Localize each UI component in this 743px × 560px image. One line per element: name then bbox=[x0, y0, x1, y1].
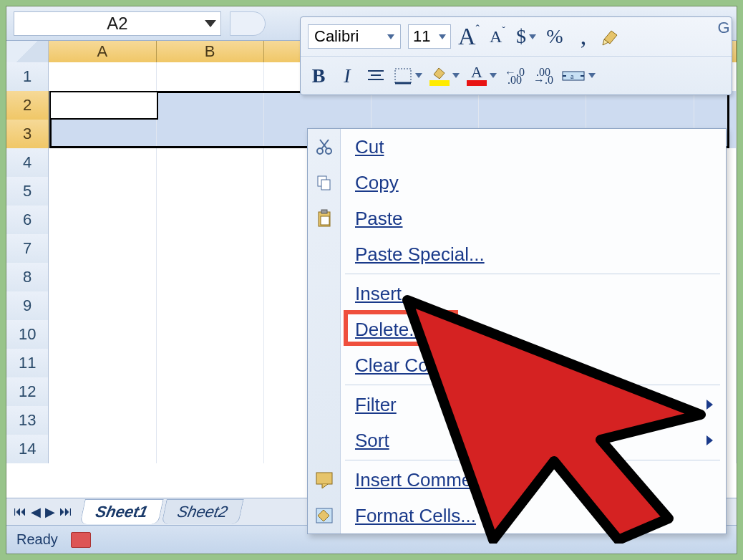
cell[interactable] bbox=[694, 91, 737, 120]
cell[interactable] bbox=[157, 177, 264, 206]
cell[interactable] bbox=[157, 291, 264, 320]
cell[interactable] bbox=[49, 435, 156, 463]
cell[interactable] bbox=[157, 406, 264, 435]
cell[interactable] bbox=[157, 206, 264, 234]
formula-bar-cap[interactable] bbox=[230, 11, 266, 36]
context-menu-item-paste[interactable]: Paste bbox=[308, 201, 726, 236]
context-menu-item-filter[interactable]: Filter bbox=[308, 387, 726, 423]
context-menu-item-insert[interactable]: Insert... bbox=[308, 276, 726, 312]
chevron-down-icon bbox=[415, 73, 422, 78]
cell[interactable] bbox=[49, 62, 156, 91]
context-menu-item-cut[interactable]: Cut bbox=[308, 129, 726, 165]
cell[interactable] bbox=[157, 148, 264, 177]
cell[interactable] bbox=[49, 263, 156, 291]
cell[interactable] bbox=[49, 177, 156, 206]
chevron-down-icon bbox=[490, 73, 497, 78]
cell[interactable] bbox=[157, 320, 264, 349]
column-header-A[interactable]: A bbox=[49, 41, 156, 62]
tab-nav-next-icon[interactable]: ▶ bbox=[45, 504, 55, 520]
context-menu-item-format_cells[interactable]: Format Cells... bbox=[308, 498, 726, 534]
cell[interactable] bbox=[157, 349, 264, 377]
row-header-13[interactable]: 13 bbox=[6, 406, 49, 435]
comment-icon bbox=[314, 469, 335, 491]
increase-decimal-button[interactable]: ←.0.00 bbox=[504, 63, 525, 89]
context-menu-item-copy[interactable]: Copy bbox=[308, 165, 726, 201]
cell[interactable] bbox=[157, 263, 264, 291]
context-menu-item-insert_comment[interactable]: Insert Comment bbox=[308, 462, 726, 498]
cell[interactable] bbox=[586, 91, 694, 120]
italic-button[interactable]: I bbox=[336, 63, 358, 89]
cell[interactable] bbox=[49, 91, 156, 120]
submenu-arrow-icon bbox=[706, 400, 713, 410]
cell[interactable] bbox=[157, 234, 264, 263]
fill-color-button[interactable] bbox=[429, 63, 460, 89]
row-header-14[interactable]: 14 bbox=[6, 435, 49, 463]
comma-format-button[interactable]: , bbox=[573, 24, 594, 49]
increase-font-button[interactable]: Aˆ bbox=[458, 24, 480, 49]
row-header-9[interactable]: 9 bbox=[6, 291, 49, 320]
row-header-12[interactable]: 12 bbox=[6, 377, 49, 406]
cell[interactable] bbox=[49, 120, 156, 148]
font-size-dropdown[interactable]: 11 bbox=[408, 24, 451, 49]
cell[interactable] bbox=[49, 291, 156, 320]
decrease-font-button[interactable]: Aˇ bbox=[487, 24, 508, 49]
font-family-dropdown[interactable]: Calibri bbox=[308, 24, 401, 49]
row-header-3[interactable]: 3 bbox=[6, 120, 49, 148]
row-header-5[interactable]: 5 bbox=[6, 177, 49, 206]
font-color-button[interactable]: A bbox=[467, 63, 497, 89]
copy-icon bbox=[314, 172, 335, 193]
row-header-7[interactable]: 7 bbox=[6, 234, 49, 263]
cell[interactable] bbox=[372, 91, 479, 120]
clipboard-icon bbox=[314, 208, 335, 229]
currency-format-button[interactable]: $ bbox=[515, 24, 537, 49]
cell[interactable] bbox=[479, 91, 586, 120]
context-menu-item-paste_special[interactable]: Paste Special... bbox=[308, 236, 726, 272]
macro-record-icon[interactable] bbox=[71, 532, 91, 548]
column-header-B[interactable]: B bbox=[157, 41, 264, 62]
context-menu-separator bbox=[345, 385, 720, 385]
name-box-dropdown-icon[interactable] bbox=[205, 20, 216, 27]
cell[interactable] bbox=[49, 377, 156, 406]
cell[interactable] bbox=[157, 62, 264, 91]
name-box-value: A2 bbox=[107, 14, 127, 34]
sheet-tab-2[interactable]: Sheet2 bbox=[161, 499, 243, 524]
cell[interactable] bbox=[49, 349, 156, 377]
cell[interactable] bbox=[157, 91, 264, 120]
sheet-tab-2-label: Sheet2 bbox=[175, 503, 229, 521]
row-header-6[interactable]: 6 bbox=[6, 206, 49, 234]
cell[interactable] bbox=[49, 206, 156, 234]
cell[interactable] bbox=[157, 120, 264, 148]
status-text: Ready bbox=[16, 531, 58, 548]
sheet-tab-1[interactable]: Sheet1 bbox=[79, 499, 164, 524]
align-center-button[interactable] bbox=[365, 63, 387, 89]
bold-button[interactable]: B bbox=[308, 63, 329, 89]
cell[interactable] bbox=[157, 377, 264, 406]
cell[interactable] bbox=[157, 435, 264, 463]
context-menu-item-sort[interactable]: Sort bbox=[308, 423, 726, 458]
svg-rect-12 bbox=[321, 210, 327, 213]
row-header-11[interactable]: 11 bbox=[6, 349, 49, 377]
decrease-decimal-button[interactable]: .00→.0 bbox=[533, 63, 554, 89]
percent-format-button[interactable]: % bbox=[544, 24, 565, 49]
tab-nav-first-icon[interactable]: ⏮ bbox=[14, 504, 26, 520]
select-all-corner[interactable] bbox=[6, 41, 49, 62]
cell[interactable] bbox=[264, 91, 372, 120]
merge-center-button[interactable]: a bbox=[561, 63, 596, 89]
tab-nav-last-icon[interactable]: ⏭ bbox=[59, 504, 72, 520]
row-header-10[interactable]: 10 bbox=[6, 320, 49, 349]
row-header-4[interactable]: 4 bbox=[6, 148, 49, 177]
row-header-1[interactable]: 1 bbox=[6, 62, 49, 91]
format-icon bbox=[314, 505, 335, 526]
tab-nav-prev-icon[interactable]: ◀ bbox=[31, 504, 41, 520]
cell[interactable] bbox=[49, 234, 156, 263]
cell[interactable] bbox=[49, 148, 156, 177]
borders-button[interactable] bbox=[394, 63, 422, 89]
format-painter-button[interactable] bbox=[601, 24, 623, 49]
row-header-2[interactable]: 2 bbox=[6, 91, 49, 120]
row-header-8[interactable]: 8 bbox=[6, 263, 49, 291]
cell[interactable] bbox=[49, 406, 156, 435]
name-box[interactable]: A2 bbox=[14, 11, 221, 36]
cell[interactable] bbox=[49, 320, 156, 349]
context-menu-item-clear[interactable]: Clear Contents bbox=[308, 347, 726, 383]
context-menu-item-delete[interactable]: Delete... bbox=[308, 312, 726, 347]
